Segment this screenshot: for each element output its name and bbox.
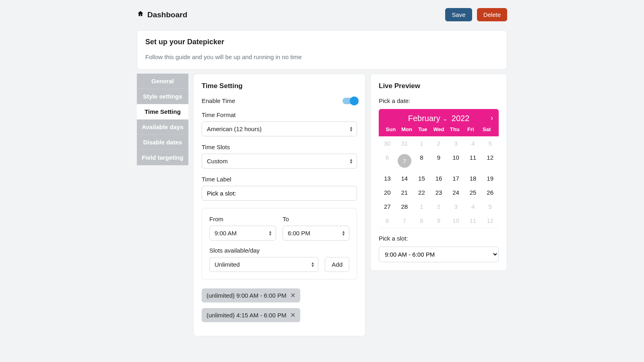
remove-chip-icon[interactable]: ✕ — [290, 312, 295, 319]
toggle-knob-icon — [350, 97, 359, 105]
sidebar-item-disable-dates[interactable]: Disable dates — [137, 135, 188, 150]
time-format-label: Time Format — [202, 111, 357, 118]
slot-chip: (unlimited) 9:00 AM - 6:00 PM ✕ — [202, 288, 300, 302]
calendar-day[interactable]: 28 — [396, 200, 413, 214]
calendar-day[interactable]: 16 — [430, 171, 448, 185]
card-heading: Live Preview — [379, 82, 499, 90]
sidebar-item-label: Available days — [142, 123, 184, 130]
time-label-label: Time Label — [202, 176, 357, 183]
time-slots-select[interactable]: Custom — [202, 154, 357, 169]
calendar-day: 2 — [430, 200, 448, 214]
sidebar-item-label: Style settings — [143, 93, 182, 100]
home-icon — [137, 10, 144, 19]
slot-chips: (unlimited) 9:00 AM - 6:00 PM ✕ (unlimit… — [202, 288, 357, 328]
time-label-input[interactable] — [202, 186, 357, 201]
calendar-day[interactable]: 14 — [396, 171, 413, 185]
calendar-day: 3 — [447, 136, 464, 150]
calendar-day[interactable]: 15 — [413, 171, 430, 185]
slot-builder: From 9:00 AM ▲▼ To 6:00 PM ▲▼ — [202, 208, 357, 280]
sidebar-item-available-days[interactable]: Available days — [137, 119, 188, 135]
enable-time-toggle[interactable] — [343, 98, 357, 104]
remove-chip-icon[interactable]: ✕ — [290, 292, 295, 299]
to-label: To — [283, 216, 349, 222]
sidebar-item-time-setting[interactable]: Time Setting — [137, 104, 188, 119]
calendar-dow: Mon — [399, 126, 415, 132]
calendar-day[interactable]: 24 — [447, 185, 464, 200]
sidebar-item-field-targeting[interactable]: Field targeting — [137, 150, 188, 165]
calendar-day[interactable]: 20 — [379, 185, 396, 200]
calendar-day[interactable]: 8 — [413, 150, 430, 171]
live-preview-card: Live Preview Pick a date: February ⌄ 202… — [370, 74, 507, 271]
calendar-day[interactable]: 23 — [430, 185, 448, 200]
time-format-select[interactable]: American (12 hours) — [202, 121, 357, 136]
year-label[interactable]: 2022 — [452, 114, 470, 123]
settings-sidebar: General Style settings Time Setting Avai… — [137, 74, 188, 165]
time-setting-card: Time Setting Enable Time Time Format Ame… — [193, 74, 365, 336]
sidebar-item-general[interactable]: General — [137, 74, 188, 89]
slots-per-day-select[interactable]: Unlimited — [209, 257, 318, 272]
calendar-day[interactable]: 25 — [464, 185, 482, 200]
calendar-day: 8 — [413, 214, 430, 228]
hero-card: Set up your Datepicker Follow this guide… — [137, 30, 507, 70]
calendar-day: 10 — [447, 214, 464, 228]
sidebar-item-label: General — [151, 78, 174, 84]
calendar-day[interactable]: 12 — [481, 150, 499, 171]
slot-chip: (unlimited) 4:15 AM - 6:00 PM ✕ — [202, 308, 300, 322]
breadcrumb[interactable]: Dashboard — [137, 10, 187, 19]
calendar-day: 1 — [413, 200, 430, 214]
calendar-day[interactable]: 27 — [379, 200, 396, 214]
select-value: American (12 hours) — [207, 125, 262, 132]
hero-subtitle: Follow this guide and you will be up and… — [145, 53, 499, 60]
select-value: 6:00 PM — [288, 230, 310, 237]
chevron-down-icon: ⌄ — [443, 115, 448, 122]
calendar-day: 5 — [481, 200, 499, 214]
month-label: February — [408, 114, 440, 123]
save-button[interactable]: Save — [445, 8, 472, 21]
calendar-day: 1 — [413, 136, 430, 150]
enable-time-label: Enable Time — [202, 97, 235, 104]
calendar-day: 6 — [379, 150, 396, 171]
calendar-day: 31 — [396, 136, 413, 150]
calendar-day[interactable]: 11 — [464, 150, 482, 171]
select-value: 9:00 AM — [215, 230, 237, 237]
select-value: Custom — [207, 158, 228, 165]
calendar-day[interactable]: 10 — [447, 150, 464, 171]
pick-slot-label: Pick a slot: — [379, 235, 499, 242]
pick-date-label: Pick a date: — [379, 97, 499, 104]
calendar-day: 4 — [464, 200, 482, 214]
to-select[interactable]: 6:00 PM — [283, 226, 349, 241]
calendar-day: 11 — [464, 214, 482, 228]
from-select[interactable]: 9:00 AM — [209, 226, 276, 241]
calendar-dow: Sat — [479, 126, 495, 132]
calendar-day[interactable]: 7 — [396, 150, 413, 171]
chip-label: (unlimited) 4:15 AM - 6:00 PM — [206, 312, 286, 319]
add-slot-button[interactable]: Add — [325, 257, 349, 272]
calendar-day[interactable]: 22 — [413, 185, 430, 200]
pick-slot-select[interactable]: 9:00 AM - 6:00 PM — [379, 247, 499, 262]
calendar-day[interactable]: 19 — [481, 171, 499, 185]
calendar-day: 6 — [379, 214, 396, 228]
sidebar-item-label: Time Setting — [144, 108, 181, 115]
calendar-day[interactable]: 9 — [430, 150, 448, 171]
next-month-button[interactable]: › — [491, 114, 493, 122]
calendar-day[interactable]: 18 — [464, 171, 482, 185]
calendar-day[interactable]: 17 — [447, 171, 464, 185]
chip-label: (unlimited) 9:00 AM - 6:00 PM — [206, 292, 286, 299]
calendar-day[interactable]: 26 — [481, 185, 499, 200]
page-title: Dashboard — [147, 10, 187, 19]
calendar-day: 4 — [464, 136, 482, 150]
calendar-dow: Sun — [383, 126, 399, 132]
calendar-dow: Wed — [431, 126, 447, 132]
calendar-day: 5 — [481, 136, 499, 150]
delete-button[interactable]: Delete — [477, 8, 507, 21]
calendar-dow: Fri — [463, 126, 479, 132]
calendar-day: 9 — [430, 214, 448, 228]
calendar-day: 3 — [447, 200, 464, 214]
month-select[interactable]: February ⌄ — [408, 114, 448, 123]
calendar: February ⌄ 2022 › SunMonTueWedThuFriSat … — [379, 109, 499, 228]
sidebar-item-style-settings[interactable]: Style settings — [137, 89, 188, 104]
calendar-day[interactable]: 13 — [379, 171, 396, 185]
calendar-dow: Thu — [447, 126, 463, 132]
calendar-day: 30 — [379, 136, 396, 150]
calendar-day[interactable]: 21 — [396, 185, 413, 200]
